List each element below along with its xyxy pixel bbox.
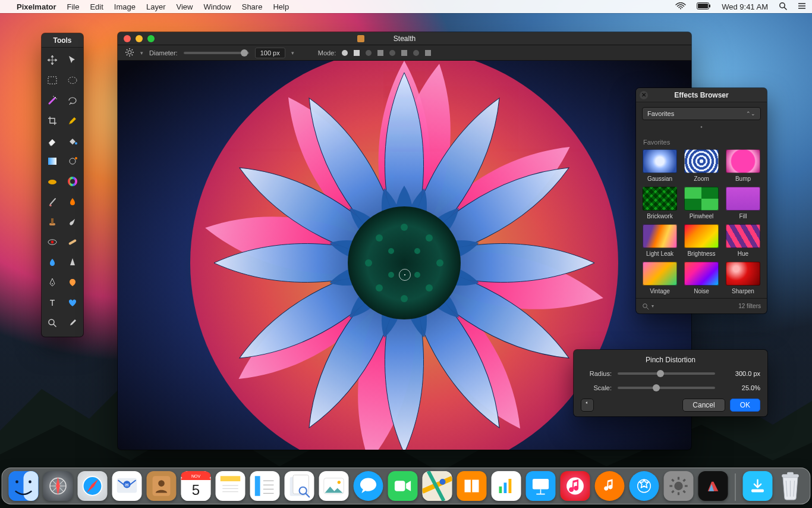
dock-appstore[interactable] bbox=[630, 471, 659, 501]
tool-pencil[interactable] bbox=[64, 113, 81, 128]
effect-pinwheel[interactable]: Pinwheel bbox=[684, 187, 719, 219]
tool-clone[interactable] bbox=[44, 214, 61, 230]
dock-messages[interactable] bbox=[354, 471, 383, 501]
effect-hue[interactable]: Hue bbox=[725, 224, 761, 257]
window-close[interactable] bbox=[124, 35, 131, 42]
tool-magic-wand[interactable] bbox=[44, 93, 61, 108]
tool-brush[interactable] bbox=[44, 194, 61, 209]
radius-value[interactable]: 300.0 px bbox=[721, 370, 760, 377]
effect-gaussian[interactable]: Gaussian bbox=[642, 149, 678, 182]
radius-slider[interactable] bbox=[618, 372, 715, 375]
notification-center-icon[interactable] bbox=[798, 2, 806, 11]
effect-fill[interactable]: Fill bbox=[725, 187, 761, 219]
diameter-value[interactable]: 100 px bbox=[255, 48, 285, 58]
tool-gradient[interactable] bbox=[44, 153, 61, 169]
dock-mail[interactable]: ✉ bbox=[112, 471, 142, 501]
tool-ellipse-marquee[interactable] bbox=[64, 73, 81, 88]
menubar-clock[interactable]: Wed 9:41 AM bbox=[722, 2, 768, 11]
dock-photos[interactable] bbox=[319, 471, 349, 501]
dock-itunes[interactable] bbox=[561, 471, 590, 501]
dock-contacts[interactable] bbox=[147, 471, 177, 501]
menu-help[interactable]: Help bbox=[273, 2, 289, 11]
scale-slider[interactable] bbox=[618, 387, 715, 389]
diameter-slider[interactable] bbox=[184, 52, 249, 54]
tool-heal[interactable] bbox=[64, 234, 81, 250]
effects-search[interactable]: ▾ bbox=[642, 303, 654, 310]
tool-sponge[interactable] bbox=[44, 174, 61, 189]
tool-shape[interactable] bbox=[64, 275, 81, 290]
dock-safari[interactable] bbox=[78, 471, 108, 501]
tool-lasso[interactable] bbox=[64, 93, 81, 108]
menu-image[interactable]: Image bbox=[114, 2, 136, 11]
cancel-button[interactable]: Cancel bbox=[682, 399, 725, 412]
battery-icon[interactable] bbox=[697, 2, 711, 11]
effects-category-dropdown[interactable]: Favorites ⌃⌄ bbox=[642, 107, 761, 120]
tool-burn[interactable] bbox=[64, 194, 81, 209]
dock-numbers[interactable] bbox=[492, 471, 521, 501]
scale-value[interactable]: 25.0% bbox=[721, 384, 760, 391]
dock-launchpad[interactable] bbox=[43, 471, 73, 501]
menu-window[interactable]: Window bbox=[203, 2, 231, 11]
gear-icon[interactable] bbox=[125, 48, 134, 58]
menu-layer[interactable]: Layer bbox=[146, 2, 166, 11]
spotlight-icon[interactable] bbox=[779, 2, 787, 12]
effect-noise[interactable]: Noise bbox=[684, 262, 719, 294]
menu-file[interactable]: File bbox=[67, 2, 79, 11]
svg-text:NOV: NOV bbox=[191, 474, 201, 478]
effect-brightness[interactable]: Brightness bbox=[684, 224, 719, 257]
menu-edit[interactable]: Edit bbox=[90, 2, 103, 11]
dock-preview[interactable] bbox=[285, 471, 314, 501]
dock-itunes-store[interactable] bbox=[595, 471, 625, 501]
tool-blur[interactable] bbox=[44, 255, 61, 270]
tool-type[interactable]: T bbox=[44, 295, 61, 311]
dock-downloads[interactable] bbox=[743, 471, 773, 501]
effect-sharpen[interactable]: Sharpen bbox=[725, 262, 761, 294]
document-titlebar[interactable]: Stealth bbox=[118, 32, 691, 45]
dock-notes[interactable] bbox=[216, 471, 246, 501]
dock-facetime[interactable] bbox=[388, 471, 418, 501]
tool-pen[interactable] bbox=[44, 275, 61, 290]
dock-trash[interactable] bbox=[778, 471, 804, 501]
app-menu[interactable]: Pixelmator bbox=[17, 2, 56, 11]
wifi-icon[interactable] bbox=[675, 2, 686, 11]
dock-system-preferences[interactable] bbox=[664, 471, 694, 501]
effect-light-leak[interactable]: Light Leak bbox=[642, 224, 678, 257]
svg-point-102 bbox=[674, 482, 682, 490]
tool-sharpen[interactable] bbox=[64, 255, 81, 270]
dock-keynote[interactable] bbox=[526, 471, 556, 501]
tool-heart-shape[interactable] bbox=[64, 295, 81, 311]
menu-share[interactable]: Share bbox=[242, 2, 263, 11]
tool-rect-marquee[interactable] bbox=[44, 73, 61, 88]
tool-arrow-select[interactable] bbox=[64, 52, 81, 68]
dock-ibooks[interactable] bbox=[457, 471, 487, 501]
dock-pixelmator[interactable] bbox=[698, 471, 728, 501]
tool-move[interactable] bbox=[44, 52, 61, 68]
mode-segmented[interactable] bbox=[342, 50, 431, 56]
ok-button[interactable]: OK bbox=[730, 399, 760, 412]
dock-finder[interactable] bbox=[9, 471, 39, 501]
dock-calendar[interactable]: NOV5 bbox=[181, 471, 211, 501]
effect-brickwork[interactable]: Brickwork bbox=[642, 187, 678, 219]
svg-point-50 bbox=[376, 234, 383, 242]
tool-eraser[interactable] bbox=[44, 133, 61, 149]
window-zoom[interactable] bbox=[147, 35, 155, 42]
tool-eyedropper[interactable] bbox=[64, 315, 81, 331]
document-proxy-icon[interactable] bbox=[357, 35, 364, 42]
tool-paint-bucket[interactable] bbox=[64, 133, 81, 149]
effect-bump[interactable]: Bump bbox=[725, 149, 761, 182]
effect-zoom[interactable]: Zoom bbox=[684, 149, 719, 182]
dock-maps[interactable] bbox=[423, 471, 452, 501]
tool-color-wheel[interactable] bbox=[64, 174, 81, 189]
effect-vintage[interactable]: Vintage bbox=[642, 262, 678, 294]
dock-reminders[interactable] bbox=[250, 471, 280, 501]
menu-view[interactable]: View bbox=[177, 2, 193, 11]
tool-red-eye[interactable] bbox=[44, 234, 61, 250]
close-icon[interactable]: ✕ bbox=[640, 91, 648, 99]
tool-warp[interactable] bbox=[64, 153, 81, 169]
tool-zoom[interactable] bbox=[44, 315, 61, 331]
effect-label: Light Leak bbox=[646, 250, 673, 257]
tool-crop[interactable] bbox=[44, 113, 61, 128]
reset-button[interactable] bbox=[581, 399, 594, 412]
window-minimize[interactable] bbox=[136, 35, 143, 42]
tool-smudge[interactable] bbox=[64, 214, 81, 230]
